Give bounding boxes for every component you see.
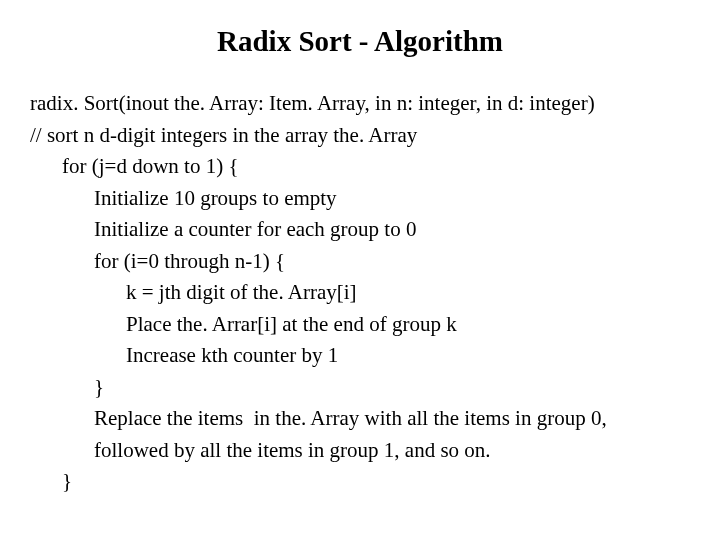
code-line: followed by all the items in group 1, an…	[30, 435, 690, 467]
code-line: Place the. Arrar[i] at the end of group …	[30, 309, 690, 341]
code-line: Initialize 10 groups to empty	[30, 183, 690, 215]
code-line: Increase kth counter by 1	[30, 340, 690, 372]
slide-title: Radix Sort - Algorithm	[30, 25, 690, 58]
code-line: }	[30, 466, 690, 498]
code-line: for (j=d down to 1) {	[30, 151, 690, 183]
code-line: Initialize a counter for each group to 0	[30, 214, 690, 246]
code-line: Replace the items in the. Array with all…	[30, 403, 690, 435]
code-line: // sort n d-digit integers in the array …	[30, 120, 690, 152]
algorithm-code: radix. Sort(inout the. Array: Item. Arra…	[30, 88, 690, 498]
code-line: k = jth digit of the. Array[i]	[30, 277, 690, 309]
code-line: }	[30, 372, 690, 404]
code-line: for (i=0 through n-1) {	[30, 246, 690, 278]
code-line: radix. Sort(inout the. Array: Item. Arra…	[30, 88, 690, 120]
